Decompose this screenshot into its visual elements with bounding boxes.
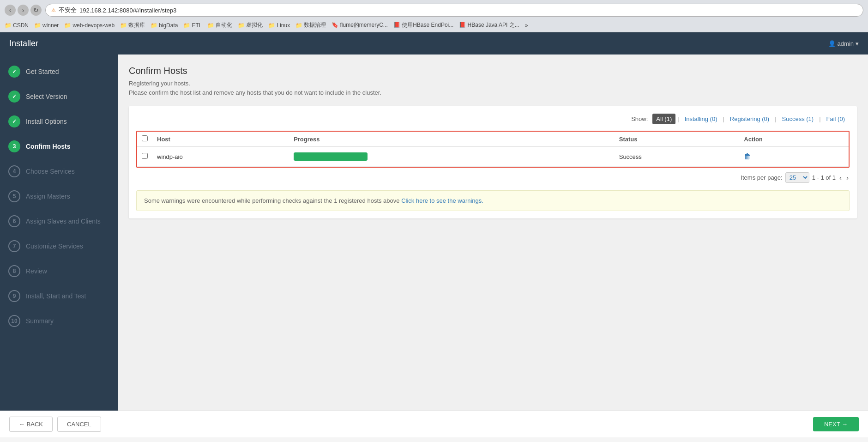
host-column-header: Host bbox=[152, 132, 289, 147]
select-all-checkbox[interactable] bbox=[142, 135, 148, 141]
address-bar[interactable]: ⚠ 不安全 192.168.2.142:8080/#/installer/ste… bbox=[45, 4, 863, 17]
step-circle-5: 4 bbox=[8, 165, 20, 177]
status-column-header: Status bbox=[615, 132, 740, 147]
status-cell: Success bbox=[615, 147, 740, 167]
cancel-button[interactable]: CANCEL bbox=[57, 417, 101, 432]
status-text: Success bbox=[619, 153, 642, 160]
footer-bar: ← BACK CANCEL NEXT → bbox=[0, 411, 868, 437]
prev-page-button[interactable]: ‹ bbox=[838, 174, 843, 182]
sidebar-item-get-started[interactable]: ✓ Get Started bbox=[0, 59, 118, 84]
progress-cell bbox=[289, 147, 615, 167]
sidebar-item-install-options[interactable]: ✓ Install Options bbox=[0, 109, 118, 134]
row-checkbox-cell bbox=[137, 147, 152, 167]
sidebar-label-install-start-test: Install, Start and Test bbox=[26, 292, 86, 300]
bookmark-csdn[interactable]: 📁 CSDN bbox=[5, 21, 29, 29]
bookmark-virtual[interactable]: 📁 虚拟化 bbox=[238, 21, 263, 29]
sidebar-item-confirm-hosts[interactable]: 3 Confirm Hosts bbox=[0, 134, 118, 159]
step-circle-4: 3 bbox=[8, 140, 20, 152]
bookmark-automation[interactable]: 📁 自动化 bbox=[207, 21, 232, 29]
back-button[interactable]: ← BACK bbox=[9, 417, 53, 432]
sidebar-label-assign-slaves: Assign Slaves and Clients bbox=[26, 218, 101, 225]
forward-nav-button[interactable]: › bbox=[18, 5, 29, 16]
bookmarks-bar: 📁 CSDN 📁 winner 📁 web-devops-web 📁 数据库 📁… bbox=[5, 19, 863, 32]
sidebar-item-install-start-test: 9 Install, Start and Test bbox=[0, 284, 118, 309]
action-column-header: Action bbox=[739, 132, 849, 147]
progress-column-header: Progress bbox=[289, 132, 615, 147]
step-circle-3: ✓ bbox=[8, 115, 20, 127]
filter-all-button[interactable]: All (1) bbox=[652, 114, 675, 124]
host-name: windp-aio bbox=[157, 153, 183, 160]
filter-show-label: Show: bbox=[631, 115, 648, 122]
step-circle-9: 8 bbox=[8, 265, 20, 277]
reload-button[interactable]: ↻ bbox=[30, 5, 42, 16]
pagination-row: Items per page: 25 50 100 1 - 1 of 1 ‹ › bbox=[136, 172, 850, 183]
subtitle-line2: Please confirm the host list and remove … bbox=[129, 89, 381, 96]
warning-box: Some warnings were encountered while per… bbox=[136, 190, 850, 211]
hosts-table-wrapper: Host Progress Status Action bbox=[136, 131, 850, 168]
page-subtitle: Registering your hosts. Please confirm t… bbox=[129, 79, 857, 97]
sidebar-item-review: 8 Review bbox=[0, 259, 118, 284]
bookmark-hbase1[interactable]: 📕 使用HBase EndPoi... bbox=[393, 21, 453, 29]
sidebar-item-assign-slaves: 6 Assign Slaves and Clients bbox=[0, 209, 118, 234]
step-circle-1: ✓ bbox=[8, 66, 20, 78]
url-text: 192.168.2.142:8080/#/installer/step3 bbox=[79, 7, 176, 14]
app-header: Installer 👤 admin ▾ bbox=[0, 32, 868, 54]
per-page-select[interactable]: 25 50 100 bbox=[785, 172, 809, 183]
admin-caret-icon: ▾ bbox=[856, 40, 859, 47]
bookmark-more[interactable]: » bbox=[525, 21, 528, 29]
step-circle-11: 10 bbox=[8, 315, 20, 327]
sidebar-item-assign-masters: 5 Assign Masters bbox=[0, 184, 118, 209]
bookmark-web-devops[interactable]: 📁 web-devops-web bbox=[64, 21, 115, 29]
sidebar-label-choose-services: Choose Services bbox=[26, 168, 75, 175]
action-cell: 🗑 bbox=[739, 147, 849, 167]
footer-left-buttons: ← BACK CANCEL bbox=[9, 417, 101, 432]
select-all-header bbox=[137, 132, 152, 147]
bookmark-etl[interactable]: 📁 ETL bbox=[183, 21, 202, 29]
sidebar-label-summary: Summary bbox=[26, 317, 54, 325]
bookmark-data-gov[interactable]: 📁 数据治理 bbox=[295, 21, 326, 29]
step-circle-10: 9 bbox=[8, 290, 20, 302]
filter-divider-1: | bbox=[677, 115, 679, 122]
admin-label: admin bbox=[838, 40, 854, 47]
filter-registering-button[interactable]: Registering (0) bbox=[726, 114, 773, 124]
delete-host-button[interactable]: 🗑 bbox=[744, 152, 751, 161]
bookmark-database[interactable]: 📁 数据库 bbox=[120, 21, 145, 29]
step-circle-2: ✓ bbox=[8, 91, 20, 103]
next-button[interactable]: NEXT → bbox=[813, 417, 859, 431]
app-title: Installer bbox=[9, 39, 38, 48]
filter-success-button[interactable]: Success (1) bbox=[778, 114, 818, 124]
progress-bar-container bbox=[294, 152, 368, 161]
filter-installing-button[interactable]: Installing (0) bbox=[681, 114, 721, 124]
bookmark-winner[interactable]: 📁 winner bbox=[34, 21, 59, 29]
back-nav-button[interactable]: ‹ bbox=[5, 5, 16, 16]
bookmark-linux[interactable]: 📁 Linux bbox=[268, 21, 290, 29]
sidebar-label-install-options: Install Options bbox=[26, 118, 67, 125]
step-circle-8: 7 bbox=[8, 240, 20, 252]
content-card: Show: All (1) | Installing (0) | Registe… bbox=[129, 106, 857, 218]
sidebar-item-select-version[interactable]: ✓ Select Version bbox=[0, 84, 118, 109]
filter-fail-button[interactable]: Fail (0) bbox=[823, 114, 849, 124]
pagination-label: Items per page: bbox=[741, 174, 782, 181]
security-label: 不安全 bbox=[59, 6, 77, 14]
table-row: windp-aio Success bbox=[137, 147, 849, 167]
bookmark-flume[interactable]: 🔖 flume的memeryC... bbox=[332, 21, 388, 29]
admin-icon: 👤 bbox=[828, 40, 836, 47]
sidebar-label-get-started: Get Started bbox=[26, 68, 59, 75]
admin-menu-button[interactable]: 👤 admin ▾ bbox=[828, 40, 859, 47]
bookmark-bigdata[interactable]: 📁 bigData bbox=[151, 21, 178, 29]
subtitle-line1: Registering your hosts. bbox=[129, 80, 190, 87]
sidebar-label-select-version: Select Version bbox=[26, 93, 67, 100]
filter-bar: Show: All (1) | Installing (0) | Registe… bbox=[136, 114, 850, 124]
bookmark-hbase2[interactable]: 📕 HBase Java API 之... bbox=[459, 21, 519, 29]
sidebar-label-review: Review bbox=[26, 267, 47, 275]
filter-divider-2: | bbox=[723, 115, 724, 122]
progress-bar-fill bbox=[294, 152, 368, 161]
warning-link[interactable]: Click here to see the warnings. bbox=[401, 197, 483, 204]
row-checkbox[interactable] bbox=[142, 153, 148, 159]
filter-divider-4: | bbox=[819, 115, 820, 122]
next-page-button[interactable]: › bbox=[845, 174, 850, 182]
table-header-row: Host Progress Status Action bbox=[137, 132, 849, 147]
pagination-range: 1 - 1 of 1 bbox=[812, 174, 836, 181]
sidebar: ✓ Get Started ✓ Select Version ✓ Install… bbox=[0, 54, 118, 411]
step-circle-6: 5 bbox=[8, 190, 20, 202]
